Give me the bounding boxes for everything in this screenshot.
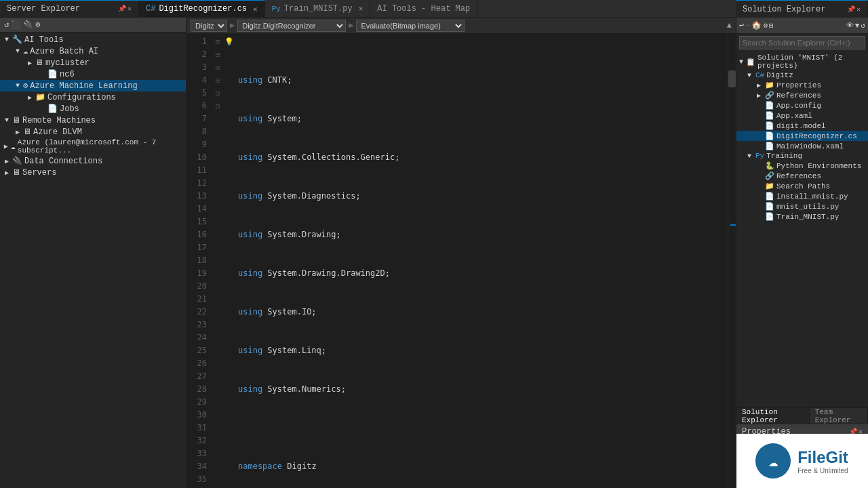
fold-35[interactable]: ⊟ xyxy=(212,87,223,100)
connect-db-icon[interactable]: 🔌 xyxy=(23,20,33,30)
sol-back-icon[interactable]: ↩ xyxy=(739,20,744,30)
tab-ai-tools[interactable]: AI Tools - Heat Map xyxy=(370,0,477,17)
code-line-9: using System.Numerics; xyxy=(238,383,728,396)
sol-home-icon[interactable]: 🏠 xyxy=(751,20,762,30)
fold-38[interactable]: ⊟ xyxy=(212,100,223,113)
filegit-text-block: FileGit Free & Unlimited xyxy=(797,448,848,474)
azure-sub-icon: ☁ xyxy=(11,142,16,152)
solution-icon: 📋 xyxy=(746,58,755,66)
method-dropdown[interactable]: Evaluate(Bitmap image) xyxy=(356,20,465,32)
scroll-marker-1 xyxy=(730,224,736,226)
sol-settings-icon[interactable]: ⚙ xyxy=(763,21,768,30)
sol-item-pyenvs[interactable]: 🐍 Python Environments xyxy=(736,161,868,171)
sol-item-mainwindow[interactable]: 📄 MainWindow.xaml xyxy=(736,141,868,151)
tree-item-ai-tools[interactable]: ▼ 🔧 AI Tools xyxy=(0,34,186,45)
code-line-7: using System.IO; xyxy=(238,306,728,319)
fold-11[interactable]: ⊟ xyxy=(212,35,223,48)
scroll-indicator[interactable] xyxy=(728,34,736,488)
code-line-8: using System.Linq; xyxy=(238,344,728,357)
jobs-label: Jobs xyxy=(60,104,79,114)
line-numbers: 12345 678910 11121314 15161718 192021222… xyxy=(186,34,212,488)
tab-solution-exp[interactable]: Solution Explorer xyxy=(736,408,810,424)
sol-item-training[interactable]: ▼ Py Training xyxy=(736,151,868,161)
refresh-icon[interactable]: ↺ xyxy=(4,20,9,30)
tree-item-configurations[interactable]: ▶ 📁 Configurations xyxy=(0,92,186,103)
namespace-dropdown[interactable]: Digitz xyxy=(191,20,227,32)
sol-item-appxaml[interactable]: 📄 App.xaml xyxy=(736,110,868,121)
sol-item-installmnist[interactable]: 📄 install_mnist.py xyxy=(736,191,868,201)
fold-28[interactable]: ⊟ xyxy=(212,74,223,87)
file-icon2: Py xyxy=(272,5,281,13)
filegit-name: FileGit xyxy=(797,448,848,467)
breadcrumb-sep: ▶ xyxy=(230,20,235,30)
fold-19[interactable]: ⊟ xyxy=(212,48,223,61)
sol-filter-icon[interactable]: ▼ xyxy=(855,22,860,30)
fold-25[interactable]: ⊟ xyxy=(212,61,223,74)
azure-ml-label: Azure Machine Learning xyxy=(30,81,137,91)
tree-item-azure-batch[interactable]: ▼ ☁ Azure Batch AI xyxy=(0,45,186,57)
code-lines[interactable]: using CNTK; using System; using System.C… xyxy=(235,34,728,488)
code-editor[interactable]: 12345 678910 11121314 15161718 192021222… xyxy=(186,34,728,488)
class-dropdown[interactable]: Digitz.DigitRecognizer xyxy=(237,20,346,32)
solution-explorer-panel: ↩ ↪ 🏠 ⚙ ⊟ 👁 ▼ ↺ ▼ 📋 Solution xyxy=(736,18,868,488)
azure-sub-label: Azure (lauren@microsoft.com - 7 subscrip… xyxy=(18,138,184,155)
sol-item-digitz[interactable]: ▼ C# Digitz xyxy=(736,70,868,80)
sol-item-properties[interactable]: ▶ 📁 Properties xyxy=(736,80,868,90)
ref-icon: 🔗 xyxy=(765,91,774,100)
sol-item-mnistutils[interactable]: 📄 mnist_utils.py xyxy=(736,201,868,211)
tab-solution-explorer[interactable]: Solution Explorer 📌 ✕ xyxy=(736,0,868,18)
lightbulb-icon[interactable]: 💡 xyxy=(223,35,235,48)
tree-item-azure-sub[interactable]: ▶ ☁ Azure (lauren@microsoft.com - 7 subs… xyxy=(0,138,186,155)
sol-search-input[interactable] xyxy=(739,36,865,49)
close-icon2[interactable]: ✕ xyxy=(856,5,861,14)
sol-fwd-icon[interactable]: ↪ xyxy=(745,20,750,30)
sol-item-digitmodel[interactable]: 📄 digit.model xyxy=(736,121,868,131)
sol-preview-icon[interactable]: 👁 xyxy=(846,21,854,30)
tab-team-exp[interactable]: Team Explorer xyxy=(810,408,868,424)
settings-icon[interactable]: ⚙ xyxy=(35,20,40,30)
tree-item-azure-ml[interactable]: ▼ ⚙ Azure Machine Learning xyxy=(0,80,186,92)
close-icon[interactable]: ✕ xyxy=(127,5,132,13)
tree-item-mycluster[interactable]: ▶ 🖥 mycluster xyxy=(0,57,186,68)
appxaml-label: App.xaml xyxy=(776,112,812,120)
sol-item-digitrec[interactable]: 📄 DigitRecognizer.cs xyxy=(736,131,868,141)
sol-item-references[interactable]: ▶ 🔗 References xyxy=(736,90,868,100)
data-conn-label: Data Connections xyxy=(24,157,102,166)
tree-item-servers[interactable]: ▶ 🖥 Servers xyxy=(0,167,186,178)
expand-nav-btn[interactable]: ▲ xyxy=(727,21,732,30)
sol-item-searchpaths[interactable]: 📁 Search Paths xyxy=(736,181,868,191)
sol-item-solution[interactable]: ▼ 📋 Solution 'MNIST' (2 projects) xyxy=(736,53,868,70)
solution-explorer-label: Solution Explorer xyxy=(743,5,825,14)
tree-item-remote-machines[interactable]: ▼ 🖥 Remote Machines xyxy=(0,115,186,126)
config-icon: 📁 xyxy=(35,92,45,102)
ai-tools-label: AI Tools xyxy=(24,35,64,45)
tab-digit-recognizer[interactable]: C# DigitRecognizer.cs ✕ xyxy=(139,0,265,17)
mnistutils-label: mnist_utils.py xyxy=(776,203,839,211)
tab-server-explorer[interactable]: Server Explorer 📌 ✕ xyxy=(0,0,139,17)
tab-close-train[interactable]: ✕ xyxy=(359,4,363,13)
code-line-6: using System.Drawing.Drawing2D; xyxy=(238,267,728,280)
ref2-label: References xyxy=(776,172,821,180)
scroll-thumb xyxy=(728,70,736,87)
sol-item-references2[interactable]: 🔗 References xyxy=(736,171,868,181)
code-line-10 xyxy=(238,422,728,434)
sol-item-appconfig[interactable]: 📄 App.config xyxy=(736,100,868,110)
tab-train-mnist[interactable]: Py Train_MNIST.py ✕ xyxy=(265,0,371,17)
tree-item-nc6[interactable]: 📄 nc6 xyxy=(0,68,186,80)
tree-item-data-conn[interactable]: ▶ 🔌 Data Connections xyxy=(0,155,186,167)
sol-refresh-icon[interactable]: ↺ xyxy=(861,21,865,30)
sol-item-trainmnist[interactable]: 📄 Train_MNIST.py xyxy=(736,211,868,222)
trainmnist-label: Train_MNIST.py xyxy=(776,213,839,221)
tree-item-azure-dlvm[interactable]: ▶ 🖥 Azure DLVM xyxy=(0,126,186,138)
digitmodel-icon: 📄 xyxy=(765,121,774,130)
trainmnist-icon: 📄 xyxy=(765,212,774,221)
code-line-11: namespace Digitz xyxy=(238,460,728,473)
dlvm-icon: 🖥 xyxy=(23,127,31,137)
pin-icon[interactable]: 📌 xyxy=(118,5,126,13)
digitrec-label: DigitRecognizer.cs xyxy=(776,132,857,140)
tree-item-jobs[interactable]: 📄 Jobs xyxy=(0,103,186,115)
sol-collapse-icon[interactable]: ⊟ xyxy=(769,21,774,30)
stop-icon[interactable]: ⬛ xyxy=(11,20,21,30)
pin-icon2[interactable]: 📌 xyxy=(847,5,855,14)
tab-close-digit[interactable]: ✕ xyxy=(253,5,258,14)
